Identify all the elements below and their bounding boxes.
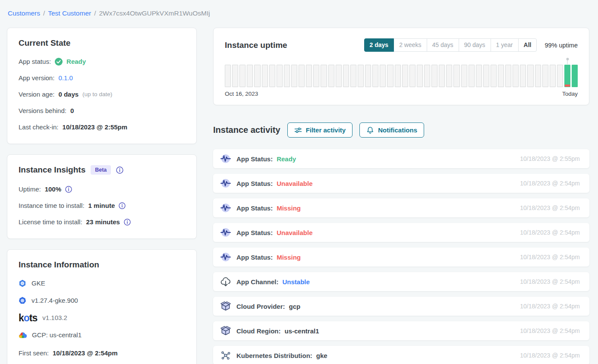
first-seen-value: 10/18/2023 @ 2:54pm [53, 349, 118, 358]
uptime-bar[interactable] [505, 65, 511, 87]
activity-row: App Status: Unavailable 10/18/2023 @ 2:5… [213, 223, 589, 242]
activity-row: Cloud Provider: gcp 10/18/2023 @ 2:54pm [213, 297, 589, 316]
uptime-bar[interactable] [299, 65, 305, 87]
uptime-range-2-days[interactable]: 2 days [364, 38, 394, 52]
pulse-icon [220, 227, 231, 238]
filter-activity-button[interactable]: Filter activity [287, 122, 353, 138]
uptime-bar[interactable] [372, 65, 378, 87]
pulse-icon [220, 202, 231, 213]
uptime-bar[interactable] [380, 65, 386, 87]
activity-row-value: us-central1 [284, 327, 319, 335]
versions-behind-value: 0 [70, 107, 74, 115]
uptime-bar[interactable] [431, 65, 437, 87]
activity-row-value: Missing [277, 254, 301, 261]
uptime-bar[interactable] [491, 65, 497, 87]
gcp-icon [19, 332, 27, 339]
ready-check-icon [55, 58, 63, 66]
uptime-range-45-days[interactable]: 45 days [427, 38, 459, 52]
app-version-link[interactable]: 0.1.0 [58, 74, 72, 82]
activity-row-value[interactable]: Unstable [283, 278, 310, 286]
uptime-bar[interactable] [483, 65, 489, 87]
first-seen-label: First seen: [19, 349, 49, 358]
uptime-bar[interactable] [417, 65, 423, 87]
uptime-bar[interactable] [402, 65, 408, 87]
notifications-button[interactable]: Notifications [359, 122, 424, 138]
uptime-bar[interactable] [572, 65, 578, 87]
activity-row-value: Unavailable [277, 229, 312, 236]
uptime-bar[interactable] [350, 65, 356, 87]
activity-row-label: App Status: [236, 155, 273, 163]
uptime-bar[interactable] [520, 65, 526, 87]
instance-tti-info-icon[interactable] [119, 202, 126, 209]
uptime-bar[interactable] [254, 65, 260, 87]
uptime-bar[interactable] [262, 65, 268, 87]
uptime-bar[interactable] [387, 65, 393, 87]
activity-row: App Status: Missing 10/18/2023 @ 2:54pm [213, 198, 589, 217]
uptime-info-icon[interactable] [65, 186, 72, 193]
uptime-bar[interactable] [343, 65, 349, 87]
breadcrumb-instance-id: 2Wx7csx4OtwGUPkVXmR1WuOsMIj [99, 9, 210, 17]
activity-row: App Channel: Unstable 10/18/2023 @ 2:54p… [213, 272, 589, 291]
uptime-bar[interactable] [453, 65, 460, 87]
uptime-bar[interactable] [527, 65, 533, 87]
uptime-bar[interactable] [461, 65, 467, 87]
uptime-bar[interactable] [395, 65, 401, 87]
uptime-bar[interactable] [336, 65, 342, 87]
sliders-icon [294, 126, 302, 134]
uptime-bar[interactable] [550, 65, 556, 87]
activity-row-timestamp: 10/18/2023 @ 2:54pm [520, 204, 580, 211]
uptime-bar[interactable] [269, 65, 275, 87]
activity-row-label: Kubernetes Distribution: [236, 352, 312, 359]
uptime-bar[interactable] [542, 65, 548, 87]
uptime-range-all[interactable]: All [518, 38, 537, 52]
activity-row-label: App Status: [236, 254, 273, 261]
activity-row-value: gke [316, 352, 327, 359]
customer-instance-page: Customers/Test Customer/2Wx7csx4OtwGUPkV… [0, 0, 598, 364]
uptime-bar[interactable] [446, 65, 452, 87]
uptime-bar[interactable] [409, 65, 415, 87]
uptime-bar[interactable] [424, 65, 430, 87]
uptime-bar[interactable] [277, 65, 283, 87]
right-column: Instance uptime 2 days2 weeks45 days90 d… [213, 28, 589, 364]
uptime-bar[interactable] [365, 65, 371, 87]
uptime-bar[interactable] [328, 65, 334, 87]
uptime-bar[interactable] [476, 65, 482, 87]
uptime-bar[interactable] [469, 65, 475, 87]
breadcrumb-customer-link[interactable]: Test Customer [48, 9, 91, 17]
cloud-download-icon [220, 276, 231, 287]
uptime-bar[interactable] [535, 65, 541, 87]
activity-row: App Status: Missing 10/18/2023 @ 2:54pm [213, 248, 589, 267]
uptime-range-1-year[interactable]: 1 year [491, 38, 519, 52]
uptime-percentage: 99% uptime [544, 42, 578, 49]
activity-row-timestamp: 10/18/2023 @ 2:54pm [520, 327, 580, 334]
uptime-bar[interactable] [306, 65, 312, 87]
uptime-bar[interactable] [291, 65, 297, 87]
activity-row-label: App Status: [236, 204, 273, 212]
uptime-bar[interactable] [284, 65, 290, 87]
kubernetes-icon [19, 297, 26, 304]
insights-info-icon[interactable] [116, 166, 123, 174]
uptime-bar[interactable] [239, 65, 245, 87]
license-tti-info-icon[interactable] [124, 219, 131, 226]
activity-row: Cloud Region: us-central1 10/18/2023 @ 2… [213, 321, 589, 340]
uptime-bar[interactable] [321, 65, 327, 87]
uptime-bar[interactable] [557, 65, 563, 87]
uptime-bar[interactable] [564, 65, 570, 87]
uptime-bar[interactable] [513, 65, 519, 87]
uptime-bar[interactable] [358, 65, 364, 87]
uptime-bar[interactable] [232, 65, 238, 87]
activity-row-value: gcp [289, 303, 301, 310]
uptime-bar[interactable] [225, 65, 231, 87]
uptime-range-2-weeks[interactable]: 2 weeks [393, 38, 427, 52]
instance-insights-title: Instance Insights [19, 165, 85, 175]
activity-row-timestamp: 10/18/2023 @ 2:54pm [520, 303, 580, 310]
uptime-bar[interactable] [247, 65, 253, 87]
activity-row-timestamp: 10/18/2023 @ 2:54pm [520, 254, 580, 260]
versions-behind-label: Versions behind: [19, 107, 66, 115]
breadcrumb-customers-link[interactable]: Customers [8, 9, 40, 17]
uptime-bar[interactable] [439, 65, 445, 87]
uptime-bar[interactable] [313, 65, 319, 87]
uptime-bar[interactable] [498, 65, 504, 87]
uptime-range-90-days[interactable]: 90 days [459, 38, 491, 52]
version-age-note: (up to date) [82, 90, 112, 99]
